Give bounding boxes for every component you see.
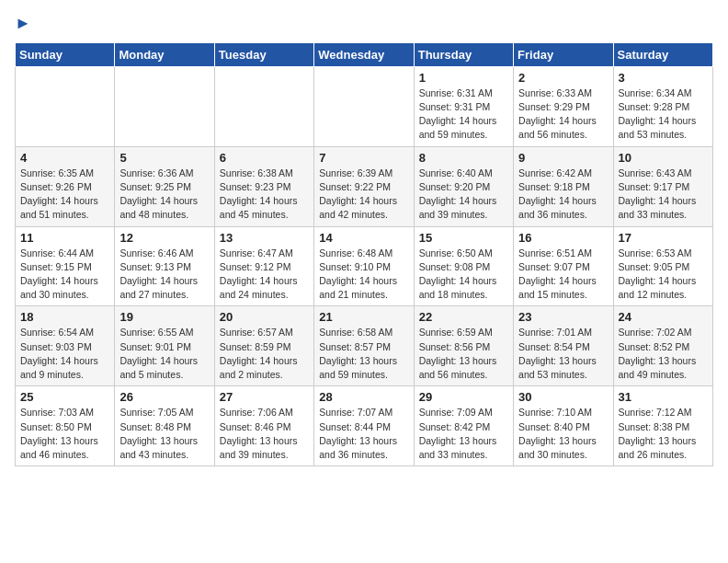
day-header-saturday: Saturday xyxy=(613,42,712,66)
calendar-cell: 11Sunrise: 6:44 AM Sunset: 9:15 PM Dayli… xyxy=(16,226,115,306)
calendar-cell: 25Sunrise: 7:03 AM Sunset: 8:50 PM Dayli… xyxy=(16,386,115,466)
day-number: 1 xyxy=(419,71,508,85)
calendar-cell: 26Sunrise: 7:05 AM Sunset: 8:48 PM Dayli… xyxy=(115,386,214,466)
day-info: Sunrise: 6:42 AM Sunset: 9:18 PM Dayligh… xyxy=(518,167,608,223)
day-info: Sunrise: 7:06 AM Sunset: 8:46 PM Dayligh… xyxy=(220,406,309,462)
calendar-cell: 6Sunrise: 6:38 AM Sunset: 9:23 PM Daylig… xyxy=(214,146,313,226)
calendar-cell: 14Sunrise: 6:48 AM Sunset: 9:10 PM Dayli… xyxy=(314,226,414,306)
day-header-friday: Friday xyxy=(514,42,613,66)
calendar-cell: 13Sunrise: 6:47 AM Sunset: 9:12 PM Dayli… xyxy=(214,226,313,306)
calendar-cell xyxy=(115,66,214,146)
day-info: Sunrise: 7:12 AM Sunset: 8:38 PM Dayligh… xyxy=(619,406,708,462)
day-number: 29 xyxy=(419,390,508,404)
day-info: Sunrise: 6:44 AM Sunset: 9:15 PM Dayligh… xyxy=(20,247,109,303)
day-info: Sunrise: 6:48 AM Sunset: 9:10 PM Dayligh… xyxy=(319,247,408,303)
calendar-week-row: 18Sunrise: 6:54 AM Sunset: 9:03 PM Dayli… xyxy=(16,306,713,386)
day-info: Sunrise: 6:55 AM Sunset: 9:01 PM Dayligh… xyxy=(119,326,209,382)
logo-flag-icon: ► xyxy=(15,14,31,32)
calendar-cell: 3Sunrise: 6:34 AM Sunset: 9:28 PM Daylig… xyxy=(613,66,712,146)
day-number: 12 xyxy=(119,231,209,245)
day-header-sunday: Sunday xyxy=(16,42,115,66)
day-info: Sunrise: 6:46 AM Sunset: 9:13 PM Dayligh… xyxy=(119,247,209,303)
calendar-cell: 17Sunrise: 6:53 AM Sunset: 9:05 PM Dayli… xyxy=(613,226,712,306)
day-number: 6 xyxy=(220,151,309,165)
calendar-cell: 23Sunrise: 7:01 AM Sunset: 8:54 PM Dayli… xyxy=(514,306,613,386)
day-info: Sunrise: 7:01 AM Sunset: 8:54 PM Dayligh… xyxy=(518,326,608,382)
day-number: 15 xyxy=(419,231,508,245)
day-number: 2 xyxy=(518,71,608,85)
day-number: 16 xyxy=(518,231,608,245)
day-number: 5 xyxy=(119,151,209,165)
day-info: Sunrise: 6:47 AM Sunset: 9:12 PM Dayligh… xyxy=(220,247,309,303)
calendar-cell: 31Sunrise: 7:12 AM Sunset: 8:38 PM Dayli… xyxy=(613,386,712,466)
calendar-cell xyxy=(314,66,414,146)
day-number: 22 xyxy=(419,310,508,324)
calendar-cell: 8Sunrise: 6:40 AM Sunset: 9:20 PM Daylig… xyxy=(414,146,513,226)
day-number: 10 xyxy=(619,151,708,165)
day-number: 8 xyxy=(419,151,508,165)
day-info: Sunrise: 6:58 AM Sunset: 8:57 PM Dayligh… xyxy=(319,326,408,382)
day-info: Sunrise: 6:53 AM Sunset: 9:05 PM Dayligh… xyxy=(619,247,708,303)
day-number: 24 xyxy=(619,310,708,324)
calendar-cell: 22Sunrise: 6:59 AM Sunset: 8:56 PM Dayli… xyxy=(414,306,513,386)
calendar-cell: 16Sunrise: 6:51 AM Sunset: 9:07 PM Dayli… xyxy=(514,226,613,306)
calendar-cell: 21Sunrise: 6:58 AM Sunset: 8:57 PM Dayli… xyxy=(314,306,414,386)
day-info: Sunrise: 6:38 AM Sunset: 9:23 PM Dayligh… xyxy=(220,167,309,223)
calendar-cell: 9Sunrise: 6:42 AM Sunset: 9:18 PM Daylig… xyxy=(514,146,613,226)
page-header: ► xyxy=(15,15,713,33)
day-info: Sunrise: 6:39 AM Sunset: 9:22 PM Dayligh… xyxy=(319,167,408,223)
day-info: Sunrise: 6:36 AM Sunset: 9:25 PM Dayligh… xyxy=(119,167,209,223)
day-info: Sunrise: 6:54 AM Sunset: 9:03 PM Dayligh… xyxy=(20,326,109,382)
day-number: 4 xyxy=(20,151,109,165)
calendar-cell: 4Sunrise: 6:35 AM Sunset: 9:26 PM Daylig… xyxy=(16,146,115,226)
calendar-cell xyxy=(16,66,115,146)
day-number: 30 xyxy=(518,390,608,404)
calendar-cell: 2Sunrise: 6:33 AM Sunset: 9:29 PM Daylig… xyxy=(514,66,613,146)
day-number: 18 xyxy=(20,310,109,324)
day-info: Sunrise: 6:51 AM Sunset: 9:07 PM Dayligh… xyxy=(518,247,608,303)
calendar-cell: 10Sunrise: 6:43 AM Sunset: 9:17 PM Dayli… xyxy=(613,146,712,226)
day-header-wednesday: Wednesday xyxy=(314,42,414,66)
day-info: Sunrise: 6:34 AM Sunset: 9:28 PM Dayligh… xyxy=(619,86,708,143)
day-number: 20 xyxy=(220,310,309,324)
calendar-week-row: 25Sunrise: 7:03 AM Sunset: 8:50 PM Dayli… xyxy=(16,386,713,466)
calendar-table: SundayMondayTuesdayWednesdayThursdayFrid… xyxy=(15,42,713,466)
day-number: 17 xyxy=(619,231,708,245)
day-info: Sunrise: 6:33 AM Sunset: 9:29 PM Dayligh… xyxy=(518,86,608,143)
calendar-week-row: 11Sunrise: 6:44 AM Sunset: 9:15 PM Dayli… xyxy=(16,226,713,306)
calendar-cell: 27Sunrise: 7:06 AM Sunset: 8:46 PM Dayli… xyxy=(214,386,313,466)
day-info: Sunrise: 6:35 AM Sunset: 9:26 PM Dayligh… xyxy=(20,167,109,223)
calendar-cell: 5Sunrise: 6:36 AM Sunset: 9:25 PM Daylig… xyxy=(115,146,214,226)
day-number: 21 xyxy=(319,310,408,324)
day-number: 27 xyxy=(220,390,309,404)
logo: ► xyxy=(15,15,31,33)
calendar-cell: 1Sunrise: 6:31 AM Sunset: 9:31 PM Daylig… xyxy=(414,66,513,146)
day-info: Sunrise: 7:09 AM Sunset: 8:42 PM Dayligh… xyxy=(419,406,508,462)
day-info: Sunrise: 6:40 AM Sunset: 9:20 PM Dayligh… xyxy=(419,167,508,223)
calendar-cell: 15Sunrise: 6:50 AM Sunset: 9:08 PM Dayli… xyxy=(414,226,513,306)
day-info: Sunrise: 7:07 AM Sunset: 8:44 PM Dayligh… xyxy=(319,406,408,462)
day-info: Sunrise: 6:50 AM Sunset: 9:08 PM Dayligh… xyxy=(419,247,508,303)
calendar-week-row: 4Sunrise: 6:35 AM Sunset: 9:26 PM Daylig… xyxy=(16,146,713,226)
calendar-header-row: SundayMondayTuesdayWednesdayThursdayFrid… xyxy=(16,42,713,66)
day-number: 14 xyxy=(319,231,408,245)
calendar-cell: 7Sunrise: 6:39 AM Sunset: 9:22 PM Daylig… xyxy=(314,146,414,226)
day-info: Sunrise: 6:43 AM Sunset: 9:17 PM Dayligh… xyxy=(619,167,708,223)
calendar-cell: 19Sunrise: 6:55 AM Sunset: 9:01 PM Dayli… xyxy=(115,306,214,386)
calendar-cell: 28Sunrise: 7:07 AM Sunset: 8:44 PM Dayli… xyxy=(314,386,414,466)
day-info: Sunrise: 7:05 AM Sunset: 8:48 PM Dayligh… xyxy=(119,406,209,462)
day-header-tuesday: Tuesday xyxy=(214,42,313,66)
day-number: 23 xyxy=(518,310,608,324)
calendar-cell: 29Sunrise: 7:09 AM Sunset: 8:42 PM Dayli… xyxy=(414,386,513,466)
calendar-cell: 30Sunrise: 7:10 AM Sunset: 8:40 PM Dayli… xyxy=(514,386,613,466)
day-number: 28 xyxy=(319,390,408,404)
calendar-cell xyxy=(214,66,313,146)
day-number: 13 xyxy=(220,231,309,245)
day-number: 25 xyxy=(20,390,109,404)
day-info: Sunrise: 6:57 AM Sunset: 8:59 PM Dayligh… xyxy=(220,326,309,382)
day-number: 19 xyxy=(119,310,209,324)
day-number: 31 xyxy=(619,390,708,404)
day-info: Sunrise: 6:31 AM Sunset: 9:31 PM Dayligh… xyxy=(419,86,508,143)
calendar-cell: 18Sunrise: 6:54 AM Sunset: 9:03 PM Dayli… xyxy=(16,306,115,386)
day-number: 11 xyxy=(20,231,109,245)
